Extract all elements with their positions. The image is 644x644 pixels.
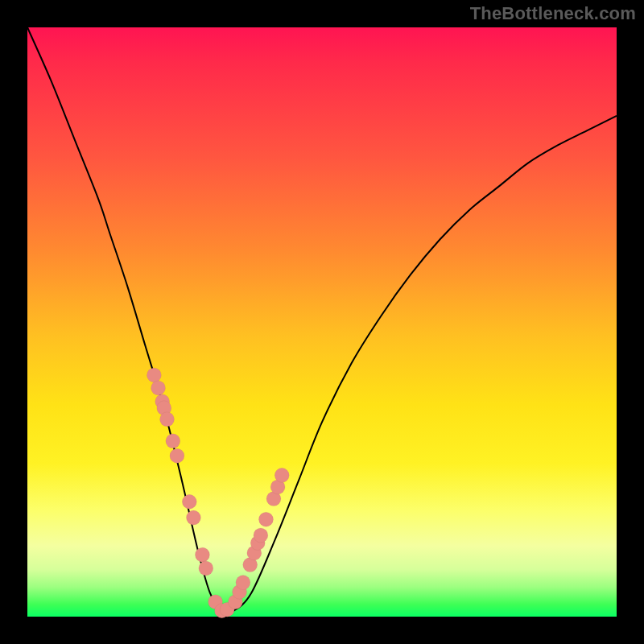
bottleneck-curve [27, 27, 617, 613]
data-point [186, 510, 200, 525]
data-point [159, 412, 174, 427]
data-point [182, 494, 196, 509]
data-point [236, 576, 250, 590]
chart-frame: TheBottleneck.com [0, 0, 644, 644]
data-point [147, 368, 161, 382]
plot-area [27, 27, 617, 617]
data-point [151, 381, 166, 395]
data-point [254, 528, 268, 543]
curve-layer [27, 27, 617, 617]
highlighted-points [147, 368, 289, 618]
watermark-text: TheBottleneck.com [470, 3, 636, 24]
data-point [258, 512, 273, 526]
data-point [275, 468, 289, 482]
data-point [170, 448, 184, 463]
data-point [166, 434, 180, 448]
data-point [195, 547, 209, 562]
data-point [199, 561, 213, 576]
